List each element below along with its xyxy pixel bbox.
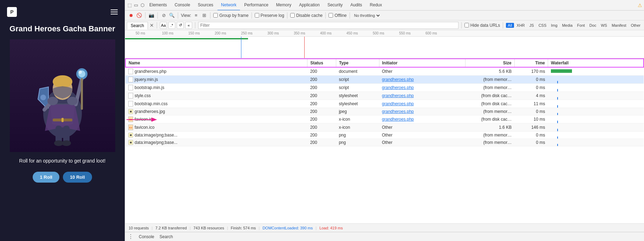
tick-250: 250 ms: [241, 31, 253, 35]
throttling-select[interactable]: No throttling: [353, 13, 381, 18]
tab-memory[interactable]: Memory: [273, 0, 295, 11]
tab-application[interactable]: Application: [295, 0, 323, 11]
tab-console[interactable]: Console: [171, 0, 194, 11]
table-row[interactable]: grandheroes.php200documentOther5.6 KB170…: [125, 67, 644, 76]
cell-initiator[interactable]: grandheroes.php: [379, 108, 465, 115]
view-list-btn[interactable]: ≡: [193, 12, 199, 19]
match-case-btn[interactable]: Aa: [160, 22, 167, 29]
cell-size: 5.6 KB: [465, 67, 514, 76]
inspect-icon[interactable]: ⬚: [127, 2, 132, 8]
cell-type: script: [336, 76, 379, 84]
offline-checkbox[interactable]: Offline: [328, 13, 346, 18]
col-header-type[interactable]: Type: [336, 59, 379, 67]
btn-10roll[interactable]: 10 Roll: [63, 172, 92, 183]
file-icon: ico: [128, 125, 133, 130]
regex-btn[interactable]: .*: [168, 22, 175, 29]
filter-media[interactable]: Media: [560, 23, 574, 28]
tab-security[interactable]: Security: [324, 0, 346, 11]
network-table-wrapper[interactable]: Name Status Type Initiator Size Time Wat…: [125, 58, 644, 223]
initiator-link[interactable]: grandheroes.php: [382, 77, 414, 82]
cell-initiator: Other: [379, 139, 465, 146]
search-tab[interactable]: Search: [127, 22, 148, 30]
tab-audits[interactable]: Audits: [347, 0, 365, 11]
initiator-link[interactable]: grandheroes.php: [382, 85, 414, 90]
search-btn[interactable]: 🔍: [169, 12, 175, 19]
tick-350: 350 ms: [294, 31, 305, 35]
filter-img[interactable]: Img: [549, 23, 559, 28]
tab-elements[interactable]: Elements: [146, 0, 170, 11]
btn-1roll[interactable]: 1 Roll: [33, 172, 59, 183]
table-row[interactable]: bootstrap.min.js200scriptgrandheroes.php…: [125, 84, 644, 92]
filter-ws[interactable]: WS: [599, 23, 609, 28]
filter-xhr[interactable]: XHR: [515, 23, 527, 28]
left-panel: P Grand Heroes Gacha Banner: [0, 0, 125, 241]
col-header-size[interactable]: Size: [465, 59, 514, 67]
disable-cache-checkbox[interactable]: Disable cache: [290, 13, 323, 18]
cell-initiator[interactable]: grandheroes.php: [379, 92, 465, 100]
search-options: Aa .* ↺ «: [160, 22, 192, 29]
file-icon: [128, 85, 133, 90]
table-row[interactable]: icofavicon.ico200x-icongrandheroes.php(f…: [125, 115, 644, 123]
view-grid-btn[interactable]: ⊞: [201, 12, 207, 19]
cell-initiator[interactable]: grandheroes.php: [379, 100, 465, 108]
table-row[interactable]: style.css200stylesheetgrandheroes.php(fr…: [125, 92, 644, 100]
filter-input[interactable]: [198, 22, 458, 29]
table-row[interactable]: ▣data:image/png;base...200pngOther(from …: [125, 139, 644, 146]
dots-icon[interactable]: ⬡: [139, 2, 145, 8]
clear-btn[interactable]: 🚫: [136, 12, 142, 19]
initiator-link[interactable]: grandheroes.php: [382, 93, 414, 98]
filter-all[interactable]: All: [506, 23, 514, 28]
filter-doc[interactable]: Doc: [588, 23, 598, 28]
tab-network[interactable]: Network: [217, 0, 240, 11]
tab-performance[interactable]: Performance: [241, 0, 272, 11]
group-by-frame-checkbox[interactable]: Group by frame: [213, 13, 248, 18]
search-close-btn[interactable]: ✕: [150, 23, 154, 28]
cell-status: 200: [307, 132, 336, 139]
filter-css[interactable]: CSS: [537, 23, 548, 28]
cell-initiator[interactable]: grandheroes.php: [379, 76, 465, 84]
camera-btn[interactable]: 📷: [148, 12, 155, 19]
cell-type: png: [336, 139, 379, 146]
initiator-link[interactable]: grandheroes.php: [382, 117, 414, 122]
col-header-name[interactable]: Name: [125, 59, 307, 67]
cell-name: icofavicon.ico: [125, 123, 307, 132]
filter-other[interactable]: Other: [629, 23, 642, 28]
cell-type: x-icon: [336, 115, 379, 123]
hide-data-urls-checkbox[interactable]: Hide data URLs: [464, 23, 500, 28]
table-row[interactable]: jquery.min.js200scriptgrandheroes.php(fr…: [125, 76, 644, 84]
filter-js[interactable]: JS: [528, 23, 536, 28]
tab-redux[interactable]: Redux: [366, 0, 386, 11]
file-icon: [128, 69, 133, 74]
initiator-link[interactable]: grandheroes.php: [382, 101, 414, 106]
col-header-waterfall[interactable]: Waterfall: [548, 59, 644, 67]
console-menu-dots[interactable]: ⋮: [128, 233, 134, 240]
cell-waterfall: [548, 92, 644, 100]
table-row[interactable]: icofavicon.ico200x-iconOther1.6 KB146 ms: [125, 123, 644, 132]
col-header-status[interactable]: Status: [307, 59, 336, 67]
table-row[interactable]: bootstrap.min.css200stylesheetgrandheroe…: [125, 100, 644, 108]
table-row[interactable]: ▣data:image/png;base...200pngOther(from …: [125, 132, 644, 139]
preserve-log-checkbox[interactable]: Preserve log: [255, 13, 284, 18]
cell-initiator[interactable]: grandheroes.php: [379, 84, 465, 92]
record-btn[interactable]: ⏺: [128, 12, 134, 19]
filter-font[interactable]: Font: [575, 23, 587, 28]
status-dom-loaded[interactable]: DOMContentLoaded: 390 ms: [262, 226, 313, 230]
cell-initiator[interactable]: grandheroes.php: [379, 115, 465, 123]
cell-waterfall: [548, 84, 644, 92]
console-search-label[interactable]: Search: [160, 234, 173, 239]
table-row[interactable]: ▣grandheroes.jpg200jpeggrandheroes.php(f…: [125, 108, 644, 115]
refresh-btn[interactable]: ↺: [177, 22, 184, 29]
status-load[interactable]: Load: 419 ms: [319, 226, 343, 230]
view-label: View:: [181, 13, 191, 18]
initiator-link[interactable]: grandheroes.php: [382, 109, 414, 114]
device-icon[interactable]: ▭: [133, 2, 139, 8]
col-header-time[interactable]: Time: [514, 59, 548, 67]
col-header-initiator[interactable]: Initiator: [379, 59, 465, 67]
filter-btn[interactable]: ⊘: [161, 12, 167, 19]
filter-manifest[interactable]: Manifest: [610, 23, 628, 28]
hide-btn[interactable]: «: [185, 22, 192, 29]
hamburger-menu[interactable]: [111, 9, 118, 14]
tick-50: 50 ms: [136, 31, 145, 35]
console-label[interactable]: Console: [139, 234, 154, 239]
tab-sources[interactable]: Sources: [194, 0, 217, 11]
